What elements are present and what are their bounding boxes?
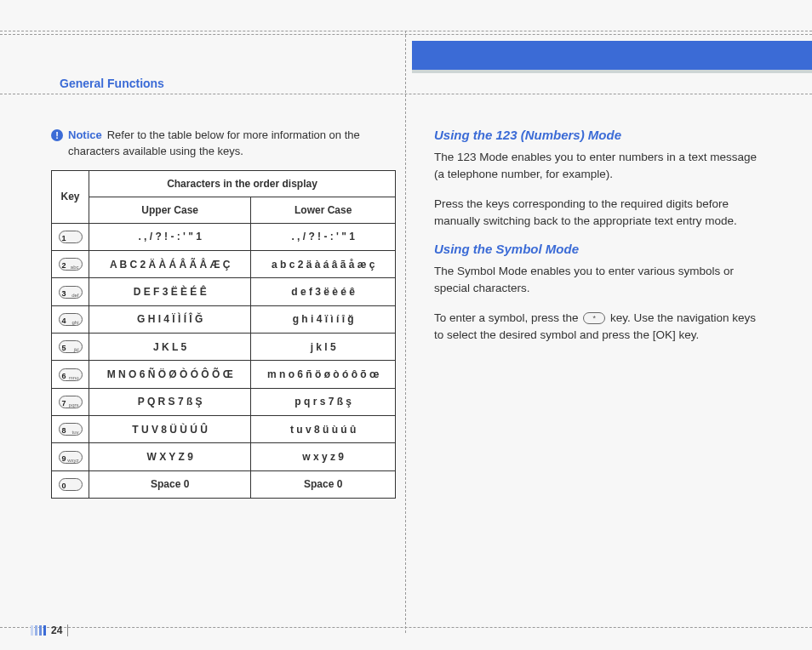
- upper-cell: Space 0: [89, 470, 251, 498]
- lower-cell: g h i 4 ï ì í î ğ: [251, 305, 396, 333]
- upper-cell: T U V 8 Ü Ù Ú Û: [89, 415, 251, 442]
- phone-key-icon: 8tuv: [59, 423, 83, 436]
- header-rule: [0, 94, 812, 94]
- key-cell: 5jkl: [52, 334, 89, 361]
- phone-key-icon: 9wxyz: [59, 451, 83, 464]
- table-row: 8tuvT U V 8 Ü Ù Ú Ût u v 8 ü ù ú û: [52, 415, 396, 442]
- phone-key-icon: 7pqrs: [59, 396, 83, 408]
- footer-rule: [0, 627, 812, 628]
- th-chars: Characters in the order display: [89, 170, 396, 197]
- page-number: 24: [51, 624, 68, 636]
- top-rule-1: [0, 31, 812, 31]
- key-cell: 0: [52, 470, 89, 498]
- table-row: 6mnoM N O 6 Ñ Ö Ø Ò Ó Ô Õ Œm n o 6 ñ ö ø…: [52, 361, 396, 388]
- para-123-1: The 123 Mode enables you to enter number…: [434, 149, 758, 184]
- key-cell: 7pqrs: [52, 388, 89, 415]
- lower-cell: p q r s 7 ß ş: [251, 388, 396, 415]
- table-row: 9wxyzW X Y Z 9w x y z 9: [52, 443, 396, 470]
- table-row: 1. , / ? ! - : ' " 1. , / ? ! - : ' " 1: [52, 223, 396, 250]
- notice-block: ! NoticeRefer to the table below for mor…: [51, 128, 396, 160]
- para-symbol-2a: To enter a symbol, press the: [434, 311, 581, 324]
- lower-cell: w x y z 9: [251, 443, 396, 470]
- th-lower: Lower Case: [251, 197, 396, 223]
- key-cell: 3def: [52, 278, 89, 305]
- lower-cell: d e f 3 ë è é ê: [251, 278, 396, 305]
- para-symbol-1: The Symbol Mode enables you to enter var…: [434, 263, 758, 298]
- key-cell: 8tuv: [52, 415, 89, 442]
- table-row: 3defD E F 3 Ë È É Êd e f 3 ë è é ê: [52, 278, 396, 305]
- table-row: 0Space 0Space 0: [52, 470, 396, 498]
- lower-cell: . , / ? ! - : ' " 1: [251, 223, 396, 250]
- section-title: General Functions: [60, 77, 164, 90]
- table-row: 2abcA B C 2 Ä À Á Â Ã Å Æ Ça b c 2 ä à á…: [52, 251, 396, 278]
- phone-key-icon: 1: [59, 231, 83, 243]
- upper-cell: G H I 4 Ï Ì Í Î Ğ: [89, 305, 251, 333]
- key-cell: 6mno: [52, 361, 89, 388]
- notice-label: Notice: [68, 128, 102, 141]
- phone-key-icon: 2abc: [59, 258, 83, 271]
- lower-cell: j k l 5: [251, 334, 396, 361]
- upper-cell: D E F 3 Ë È É Ê: [89, 278, 251, 305]
- key-cell: 4ghi: [52, 305, 89, 333]
- key-cell: 1: [52, 223, 89, 250]
- phone-key-icon: 0: [59, 478, 83, 491]
- upper-cell: . , / ? ! - : ' " 1: [89, 223, 251, 250]
- phone-key-icon: 6mno: [59, 368, 83, 381]
- table-row: 5jklJ K L 5j k l 5: [52, 334, 396, 361]
- para-symbol-2: To enter a symbol, press the * key. Use …: [434, 310, 758, 345]
- phone-key-icon: 4ghi: [59, 313, 83, 326]
- upper-cell: M N O 6 Ñ Ö Ø Ò Ó Ô Õ Œ: [89, 361, 251, 388]
- lower-cell: m n o 6 ñ ö ø ò ó ô õ œ: [251, 361, 396, 388]
- heading-symbol-mode: Using the Symbol Mode: [434, 242, 758, 256]
- footer: [0, 627, 812, 628]
- lower-cell: Space 0: [251, 470, 396, 498]
- key-cell: 9wxyz: [52, 443, 89, 470]
- upper-cell: A B C 2 Ä À Á Â Ã Å Æ Ç: [89, 251, 251, 278]
- upper-cell: J K L 5: [89, 334, 251, 361]
- upper-cell: P Q R S 7 ß Ş: [89, 388, 251, 415]
- page-number-block: 24: [31, 624, 73, 636]
- upper-cell: W X Y Z 9: [89, 443, 251, 470]
- header-blue-bar-shadow: [412, 70, 812, 73]
- phone-key-icon: 3def: [59, 286, 83, 299]
- table-row: 4ghiG H I 4 Ï Ì Í Î Ğg h i 4 ï ì í î ğ: [52, 305, 396, 333]
- key-cell: 2abc: [52, 251, 89, 278]
- notice-text: Refer to the table below for more inform…: [68, 128, 360, 157]
- header-blue-bar: [412, 41, 812, 70]
- table-row: 7pqrsP Q R S 7 ß Şp q r s 7 ß ş: [52, 388, 396, 415]
- phone-key-icon: 5jkl: [59, 340, 83, 353]
- info-icon: !: [51, 129, 63, 141]
- page-bars-icon: [31, 625, 46, 636]
- heading-123-mode: Using the 123 (Numbers) Mode: [434, 128, 758, 142]
- top-rule-2: [0, 34, 812, 35]
- th-upper: Upper Case: [89, 197, 251, 223]
- lower-cell: t u v 8 ü ù ú û: [251, 415, 396, 442]
- lower-cell: a b c 2 ä à á â ã å æ ç: [251, 251, 396, 278]
- th-key: Key: [52, 170, 89, 223]
- character-table: Key Characters in the order display Uppe…: [51, 170, 396, 499]
- star-key-icon: *: [583, 312, 605, 324]
- para-123-2: Press the keys corresponding to the requ…: [434, 196, 758, 231]
